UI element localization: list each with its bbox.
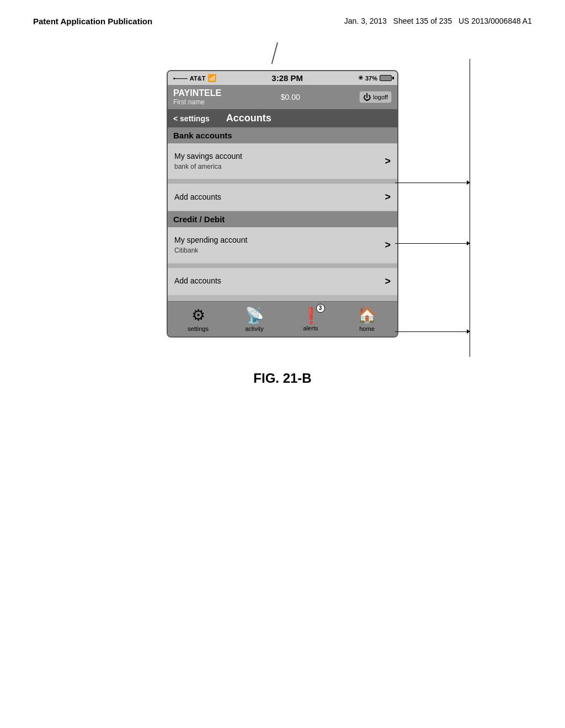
nav-item-home[interactable]: 🏠 home [348, 306, 386, 332]
logoff-label: logoff [373, 94, 388, 100]
spacer-2 [168, 264, 397, 268]
add-bank-account-item[interactable]: Add accounts > [168, 184, 397, 211]
savings-account-item[interactable]: My savings account bank of america > [168, 143, 397, 179]
add-bank-account-chevron: > [385, 191, 391, 203]
spending-account-text: My spending account Citibank [174, 235, 247, 255]
figure-caption: FIG. 21-B [253, 371, 311, 386]
settings-icon: ⚙ [191, 306, 205, 324]
add-credit-account-chevron: > [385, 276, 391, 287]
spacer-bottom [168, 296, 397, 301]
user-firstname: First name [173, 98, 221, 106]
home-icon: 🏠 [358, 306, 377, 324]
signal-dots: •—— [173, 75, 188, 82]
add-bank-account-text: Add accounts [174, 192, 221, 203]
patent-title: Patent Application Publication [33, 17, 152, 26]
carrier-name: AT&T [190, 75, 206, 82]
balance-display: $0.00 [281, 93, 300, 101]
patent-info: Jan. 3, 2013 Sheet 135 of 235 US 2013/00… [344, 17, 532, 25]
main-content: •—— AT&T 📶 3:28 PM ✳ 37% PAYINTELE First… [0, 31, 565, 386]
nav-settings-label: settings [188, 325, 209, 332]
add-credit-account-item[interactable]: Add accounts > [168, 268, 397, 296]
app-name-label: PAYINTELE First name [173, 88, 221, 106]
alerts-badge: 3 [316, 304, 325, 313]
status-bar: •—— AT&T 📶 3:28 PM ✳ 37% [168, 71, 397, 85]
patent-header: Patent Application Publication Jan. 3, 2… [0, 0, 565, 31]
section-header-credit: Credit / Debit [168, 211, 397, 227]
status-right: ✳ 37% [358, 74, 392, 82]
logoff-button[interactable]: ⏻ logoff [359, 91, 392, 103]
battery-percent: 37% [365, 75, 377, 82]
app-name: PAYINTELE [173, 88, 221, 98]
section-header-bank: Bank accounts [168, 127, 397, 143]
phone-frame: •—— AT&T 📶 3:28 PM ✳ 37% PAYINTELE First… [167, 70, 398, 338]
bluetooth-icon: ✳ [358, 74, 363, 82]
nav-home-label: home [359, 325, 375, 332]
nav-bar: < settings Accounts [168, 109, 397, 127]
nav-item-settings[interactable]: ⚙ settings [179, 306, 217, 332]
bottom-nav: ⚙ settings 📡 activity ❗ 3 alerts 🏠 [168, 301, 397, 336]
back-button[interactable]: < settings [173, 114, 210, 123]
add-credit-account-text: Add accounts [174, 276, 221, 287]
nav-item-alerts[interactable]: ❗ 3 alerts [291, 307, 330, 331]
page-title: Accounts [226, 113, 271, 124]
app-header: PAYINTELE First name $0.00 ⏻ logoff [168, 85, 397, 109]
savings-account-chevron: > [385, 156, 391, 167]
activity-icon: 📡 [245, 306, 264, 324]
nav-item-activity[interactable]: 📡 activity [235, 306, 274, 332]
nav-activity-label: activity [245, 325, 264, 332]
nav-alerts-label: alerts [303, 325, 318, 331]
spacer-1 [168, 179, 397, 184]
wifi-icon: 📶 [207, 74, 216, 82]
savings-account-text: My savings account bank of america [174, 151, 242, 171]
spending-account-chevron: > [385, 239, 391, 251]
status-left: •—— AT&T 📶 [173, 74, 216, 82]
power-icon: ⏻ [363, 93, 371, 101]
alerts-icon-wrapper: ❗ 3 [301, 307, 321, 325]
status-time: 3:28 PM [271, 73, 303, 83]
battery-icon [380, 75, 392, 81]
spending-account-item[interactable]: My spending account Citibank > [168, 227, 397, 263]
